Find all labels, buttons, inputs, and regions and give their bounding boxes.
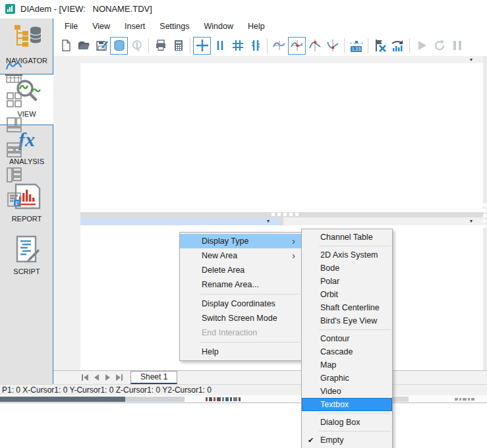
submenu-item-contour[interactable]: Contour [302,332,392,345]
menu-item-label: Bode [320,264,339,273]
menu-item-delete-area[interactable]: Delete Area [180,263,301,277]
menu-item-display-coordinates[interactable]: Display Coordinates [180,296,301,311]
menu-item-label: Shaft Centerline [320,303,380,312]
selection-handle [483,214,486,217]
band-cursor-button[interactable] [211,37,229,55]
title-bar: DIAdem - [VIEW: NONAME.TDV] [0,0,487,18]
crosshair-cursor-button[interactable] [193,37,211,55]
menu-view[interactable]: View [85,18,117,35]
open-file-button[interactable] [74,37,92,55]
next-sheet-button[interactable] [102,372,113,383]
calculator-icon [172,39,185,52]
pause-icon [451,39,463,52]
selection-handle [483,219,486,223]
menu-item-rename-area[interactable]: Rename Area... [180,277,301,292]
play-button[interactable] [413,37,430,55]
menu-item-new-area[interactable]: New Area › [180,248,301,263]
layout-2x2-button[interactable] [5,91,22,108]
menu-item-label: Display Coordinates [202,299,275,308]
diadem-window: DIAdem - [VIEW: NONAME.TDV] File View In… [0,0,487,448]
area-menu-arrow-icon[interactable]: ▾ [267,217,270,225]
submenu-item-empty[interactable]: ✔ Empty [302,434,392,447]
submenu-item-graphic[interactable]: Graphic [302,372,392,385]
sidebar-item-script[interactable]: SCRIPT [0,232,53,282]
area-menu-arrow-icon[interactable]: ▾ [470,217,473,225]
submenu-item-cascade[interactable]: Cascade [302,345,392,358]
menu-separator [319,246,391,246]
bottom-right-area-header[interactable]: ▾ [283,217,483,225]
printer-icon [154,39,167,52]
menu-settings[interactable]: Settings [152,18,196,35]
previous-sheet-button[interactable] [91,372,102,383]
layout-list-button[interactable] [5,166,22,183]
submenu-item-orbit[interactable]: Orbit [302,288,392,301]
submenu-item-bode[interactable]: Bode [302,262,392,275]
bottom-left-area-header[interactable]: ▾ [80,217,280,225]
submenu-arrow-icon: › [292,234,295,248]
layout-report-button[interactable]: F [5,191,22,208]
print-button[interactable] [152,37,169,55]
flags-to-statistics-button[interactable] [389,37,407,55]
submenu-item-textbox[interactable]: Textbox [302,398,392,411]
free-cursor-icon [272,38,287,53]
main-toolbar: 1.23 [53,35,487,56]
curve-cursor-button[interactable] [288,37,306,55]
submenu-arrow-icon: › [292,248,295,263]
right-edge-strip [483,56,487,370]
frame-cursor-button[interactable] [229,37,246,55]
maximum-cursor-button[interactable] [306,37,324,55]
submenu-item-birds-eye-view[interactable]: Bird's Eye View [302,314,392,327]
submenu-item-channel-table[interactable]: Channel Table [302,231,392,244]
top-area-header[interactable]: ▾ [80,56,483,63]
menu-insert[interactable]: Insert [117,18,152,35]
data-portal-button[interactable] [110,37,128,55]
menu-item-switch-screen-mode[interactable]: Switch Screen Mode [180,311,301,325]
navigator-icon [12,24,42,53]
layout-2x2-icon [6,92,22,107]
calculator-button[interactable] [169,37,187,55]
top-area[interactable] [80,63,483,212]
submenu-item-shaft-centerline[interactable]: Shaft Centerline [302,301,392,314]
touch-mode-button[interactable] [128,37,146,55]
submenu-item-video[interactable]: Video [302,385,392,398]
channel-table-button[interactable] [5,70,22,87]
play-icon [415,39,428,52]
layout-mixed-icon [6,117,22,132]
menu-file[interactable]: File [57,18,85,35]
harmonic-cursor-button[interactable] [246,37,264,55]
touch-icon [130,39,144,52]
channel-table-icon [6,73,22,84]
new-file-button[interactable] [57,37,74,55]
area-menu-arrow-icon[interactable]: ▾ [470,56,473,63]
pause-button[interactable] [448,37,466,55]
menu-item-label: Delete Area [202,266,244,275]
submenu-item-2d-axis-system[interactable]: 2D Axis System [302,248,392,262]
submenu-item-map[interactable]: Map [302,358,392,372]
tab-sheet-1[interactable]: Sheet 1 [130,371,177,384]
menu-item-label: New Area [202,251,237,260]
save-button[interactable] [92,37,110,55]
replay-button[interactable] [430,37,448,55]
menu-item-display-type[interactable]: Display Type › [180,234,301,248]
delete-flags-button[interactable] [371,37,389,55]
minimum-cursor-button[interactable] [324,37,341,55]
coordinate-display-button[interactable]: 1.23 [347,37,365,55]
last-sheet-button[interactable] [113,372,125,383]
diadem-logo-icon [5,4,15,14]
free-cursor-button[interactable] [270,37,288,55]
sidebar-label: REPORT [0,215,53,223]
data-portal-icon [113,39,126,52]
menu-separator [200,294,300,294]
menu-help[interactable]: Help [241,18,272,35]
window-title: DIAdem - [VIEW: NONAME.TDV] [20,0,152,18]
first-sheet-button[interactable] [80,372,91,383]
layout-rows-button[interactable] [5,141,22,158]
submenu-item-dialog-box[interactable]: Dialog Box [302,416,392,429]
submenu-item-polar[interactable]: Polar [302,275,392,288]
layout-mixed-button[interactable] [5,116,22,133]
status-bar: P1: 0 X-Cursor1: 0 Y-Cursor1: 0 Z-Cursor… [0,384,487,395]
flag-delete-icon [373,38,387,53]
menu-window[interactable]: Window [196,18,240,35]
clipped-bar-segment [0,397,125,402]
menu-item-help[interactable]: Help [180,345,301,359]
